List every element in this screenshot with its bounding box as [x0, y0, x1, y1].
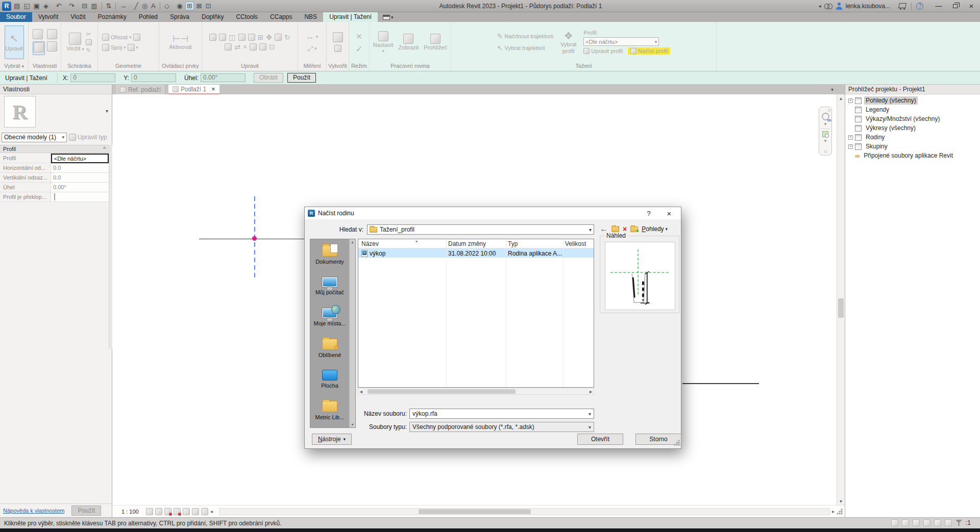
- place-dokumenty[interactable]: Dokumenty: [310, 239, 349, 270]
- filename-combobox[interactable]: výkop.rfa: [409, 409, 594, 419]
- scroll-right-icon[interactable]: [832, 509, 835, 514]
- tree-item-rodiny[interactable]: Rodiny: [845, 133, 980, 142]
- help-icon[interactable]: ?: [916, 3, 923, 10]
- show-workplane-button[interactable]: Zobrazit: [399, 34, 419, 50]
- delete-icon[interactable]: [243, 43, 247, 50]
- look-in-dropdown-icon[interactable]: [589, 227, 592, 233]
- selection-filter-icon[interactable]: [955, 520, 962, 526]
- customize-qat-icon[interactable]: [217, 2, 223, 10]
- tab-poznamky[interactable]: Poznámky: [92, 12, 133, 22]
- create-group-icon[interactable]: [333, 32, 343, 42]
- press-drag-icon[interactable]: [945, 519, 952, 526]
- collapse-view-bar-icon[interactable]: [210, 509, 213, 514]
- ribbon-display-toggle[interactable]: [383, 12, 394, 22]
- show-crop-icon[interactable]: [192, 508, 199, 515]
- tab-doplnky[interactable]: Doplňky: [195, 12, 230, 22]
- tree-item-vykazy[interactable]: Výkazy/Množství (všechny): [845, 114, 980, 123]
- horizontal-scroll-thumb[interactable]: [419, 509, 531, 514]
- scroll-down-icon[interactable]: [840, 498, 842, 504]
- modify-button[interactable]: Upravit: [5, 26, 24, 59]
- family-types-icon[interactable]: [47, 29, 57, 39]
- store-cart-icon[interactable]: [898, 3, 906, 9]
- expand-icon[interactable]: [848, 135, 853, 140]
- x-input[interactable]: 0: [70, 73, 115, 82]
- type-properties-icon[interactable]: [47, 41, 57, 52]
- editable-only-icon[interactable]: [923, 519, 930, 526]
- new-folder-icon[interactable]: [630, 226, 638, 232]
- sync-icon[interactable]: ◈: [42, 2, 54, 10]
- copy-element-icon[interactable]: [275, 34, 282, 41]
- match-type-icon[interactable]: [86, 47, 92, 54]
- revit-logo-icon[interactable]: [2, 2, 11, 11]
- y-input[interactable]: 0: [131, 73, 176, 82]
- measure-icon[interactable]: [306, 33, 314, 41]
- design-options-icon[interactable]: [902, 519, 909, 526]
- flip-button[interactable]: Obrátit: [254, 73, 283, 83]
- activate-controls-button[interactable]: ⊢⊣ Aktivovat: [169, 34, 192, 50]
- tab-ccapps[interactable]: CCapps: [264, 12, 298, 22]
- tree-item-skupiny[interactable]: Skupiny: [845, 142, 980, 151]
- zoom-region-icon[interactable]: [822, 131, 828, 137]
- tag-icon[interactable]: ◎: [141, 2, 149, 10]
- steering-wheel-icon[interactable]: [822, 113, 829, 120]
- tools-menu-button[interactable]: Nástroje: [312, 434, 352, 445]
- tab-vytvorit[interactable]: Vytvořit: [32, 12, 65, 22]
- move-icon[interactable]: ✥: [266, 34, 272, 41]
- type-selector[interactable]: [0, 95, 112, 129]
- close-hidden-windows-icon[interactable]: ⊠: [195, 2, 203, 10]
- temporary-hide-icon[interactable]: [201, 508, 208, 515]
- save-icon[interactable]: ▣: [33, 2, 41, 10]
- dialog-close-button[interactable]: [660, 208, 678, 219]
- cut-geometry-button[interactable]: Ořezat: [102, 34, 140, 41]
- tab-cctools[interactable]: CCtools: [230, 12, 264, 22]
- place-moje-mista[interactable]: Moje místa...: [310, 301, 349, 333]
- endpoint-handle[interactable]: [252, 236, 257, 241]
- thin-lines-icon[interactable]: ⊞: [185, 2, 194, 10]
- navbar-handle-icon[interactable]: [824, 150, 827, 153]
- create-similar-icon[interactable]: [334, 45, 341, 52]
- pin-icon[interactable]: [250, 43, 257, 50]
- model-line[interactable]: [682, 383, 759, 384]
- element-filter-combobox[interactable]: Obecné modely (1): [2, 133, 67, 142]
- filetype-dropdown-icon[interactable]: [589, 424, 591, 430]
- wheel-dropdown-icon[interactable]: [824, 121, 827, 126]
- file-list-scrollbar[interactable]: [358, 388, 594, 395]
- close-button[interactable]: [965, 1, 978, 11]
- properties-toggle-active[interactable]: [33, 41, 45, 55]
- places-scrollbar[interactable]: [349, 239, 355, 427]
- expand-icon[interactable]: [848, 144, 853, 149]
- filename-dropdown-icon[interactable]: [589, 411, 591, 417]
- close-view-tab-icon[interactable]: [211, 85, 215, 93]
- column-size[interactable]: Velikost: [563, 239, 594, 248]
- properties-apply-button[interactable]: Použít: [71, 505, 101, 516]
- shadows-icon[interactable]: [174, 508, 181, 515]
- place-plocha[interactable]: Plocha: [310, 364, 349, 395]
- scale-icon[interactable]: ⇄: [234, 43, 240, 50]
- angle-input[interactable]: 0.00°: [201, 73, 246, 82]
- array-icon[interactable]: ⊞: [258, 34, 264, 41]
- places-scroll-up-icon[interactable]: [351, 240, 353, 244]
- export-pdf-icon[interactable]: ▥: [90, 2, 98, 10]
- properties-palette-icon[interactable]: [33, 29, 43, 39]
- property-row[interactable]: Vertikální odsaz... 0.0: [0, 173, 109, 183]
- dialog-resize-grip[interactable]: [674, 440, 680, 447]
- edit-profile-button[interactable]: Upravit profil: [583, 48, 623, 54]
- cut-icon[interactable]: ✂: [86, 31, 92, 37]
- aligned-dimension-icon[interactable]: [119, 2, 132, 10]
- crop-view-icon[interactable]: [183, 508, 190, 515]
- vertical-scrollbar[interactable]: [837, 94, 845, 505]
- default-3d-view-icon[interactable]: ◇: [163, 2, 175, 10]
- mirror-axis-icon[interactable]: ◫: [229, 34, 235, 41]
- scale-indicator[interactable]: 1 : 100: [121, 509, 139, 515]
- look-in-combobox[interactable]: Tažení_profil: [367, 224, 594, 235]
- copy-icon[interactable]: [86, 39, 92, 45]
- select-profile-button[interactable]: ❖ Vybrat profil: [560, 31, 576, 54]
- text-icon[interactable]: A: [150, 2, 157, 10]
- user-avatar-icon[interactable]: [836, 3, 843, 10]
- navbar-options-icon[interactable]: [828, 109, 830, 112]
- property-row[interactable]: Horizontální od... 0.0: [0, 163, 109, 173]
- model-line[interactable]: [199, 239, 304, 239]
- join-geometry-button[interactable]: Spoj: [102, 44, 138, 51]
- tab-nbs[interactable]: NBS: [298, 12, 323, 22]
- search-binoculars-icon[interactable]: [824, 4, 832, 8]
